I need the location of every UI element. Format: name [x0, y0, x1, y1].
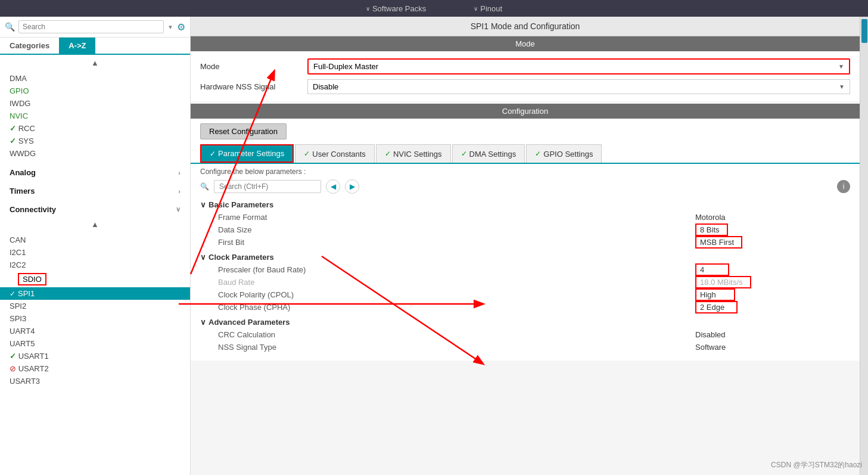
first-bit-box: MSB First — [695, 236, 742, 249]
sidebar-category-connectivity[interactable]: Connectivity ∨ — [0, 200, 190, 219]
sidebar-item-gpio[interactable]: GPIO — [0, 85, 190, 97]
baud-rate-name: Baud Rate — [218, 278, 683, 287]
param-row-baud-rate: Baud Rate 18.0 MBits/s — [200, 276, 850, 288]
cpha-name: Clock Phase (CPHA) — [218, 303, 683, 312]
sidebar-item-can[interactable]: CAN — [0, 234, 190, 246]
sidebar-item-spi1[interactable]: ✓ SPI1 — [0, 287, 190, 300]
sidebar-search-input[interactable] — [18, 20, 164, 33]
chevron-down-icon: ∨ — [176, 206, 181, 213]
params-search-input[interactable] — [214, 180, 321, 193]
tab-az[interactable]: A->Z — [59, 38, 95, 54]
software-packs-label: Software Packs — [372, 4, 426, 13]
sidebar-item-usart2[interactable]: USART2 — [0, 362, 190, 375]
sidebar-item-rcc[interactable]: RCC — [0, 122, 190, 135]
sidebar-item-sdio-wrapper: SDIO — [0, 271, 190, 287]
gear-icon[interactable]: ⚙ — [177, 21, 185, 33]
chevron-down-icon: ∨ — [474, 5, 478, 12]
sidebar-item-sys[interactable]: SYS — [0, 135, 190, 147]
basic-parameters-header[interactable]: ∨ Basic Parameters — [200, 198, 850, 211]
search-icon: 🔍 — [200, 182, 209, 191]
params-search-row: 🔍 ◀ ▶ i — [200, 179, 850, 194]
mode-field-row: Mode Full-Duplex Master ▼ — [200, 56, 850, 77]
chevron-down-icon: ∨ — [366, 5, 370, 12]
sidebar-item-i2c1[interactable]: I2C1 — [0, 246, 190, 259]
mode-value-select[interactable]: Full-Duplex Master ▼ — [307, 58, 850, 74]
nss-field-label: Hardware NSS Signal — [200, 82, 307, 91]
params-area: Configure the below parameters : 🔍 ◀ ▶ i… — [191, 164, 860, 361]
nss-field-row: Hardware NSS Signal Disable ▼ — [200, 77, 850, 97]
prescaler-value: 4 — [683, 265, 850, 274]
mode-fields: Mode Full-Duplex Master ▼ Hardware NSS S… — [191, 51, 860, 101]
tab-user-constants[interactable]: ✓ User Constants — [295, 144, 375, 163]
advanced-parameters-header[interactable]: ∨ Advanced Parameters — [200, 316, 850, 328]
nss-value-select[interactable]: Disable ▼ — [307, 79, 850, 94]
info-button[interactable]: i — [837, 180, 850, 193]
nav-prev-button[interactable]: ◀ — [326, 179, 340, 194]
sidebar-category-timers[interactable]: Timers › — [0, 182, 190, 200]
clock-parameters-header[interactable]: ∨ Clock Parameters — [200, 251, 850, 263]
sidebar-scroll[interactable]: ▲ DMA GPIO IWDG NVIC RCC SYS WWDG Analog… — [0, 55, 190, 475]
basic-parameters-label: Basic Parameters — [209, 200, 273, 209]
tab-parameter-settings[interactable]: ✓ Parameter Settings — [200, 144, 294, 163]
check-icon: ✓ — [10, 290, 15, 298]
search-icon: 🔍 — [5, 22, 15, 32]
sidebar-item-uart4[interactable]: UART4 — [0, 325, 190, 337]
sidebar-item-i2c2[interactable]: I2C2 — [0, 259, 190, 271]
connectivity-scroll-up[interactable]: ▲ — [0, 219, 190, 230]
prescaler-box: 4 — [695, 263, 729, 276]
check-icon: ✓ — [210, 150, 216, 158]
cpol-name: Clock Polarity (CPOL) — [218, 290, 683, 299]
mode-section: Mode Mode Full-Duplex Master ▼ Hardware … — [191, 36, 860, 101]
sidebar-item-usart3[interactable]: USART3 — [0, 375, 190, 387]
prescaler-name: Prescaler (for Baud Rate) — [218, 265, 683, 274]
right-scrollbar[interactable] — [860, 17, 868, 475]
sidebar-item-dma[interactable]: DMA — [0, 72, 190, 85]
tab-nvic-settings[interactable]: ✓ NVIC Settings — [376, 144, 451, 163]
tab-categories[interactable]: Categories — [0, 38, 59, 54]
scroll-up-button[interactable]: ▲ — [0, 57, 190, 69]
software-packs-menu[interactable]: ∨ Software Packs — [366, 4, 426, 13]
check-icon: ✓ — [304, 150, 310, 158]
sidebar-top-group: DMA GPIO IWDG NVIC RCC SYS WWDG — [0, 72, 190, 160]
advanced-parameters-group: ∨ Advanced Parameters CRC Calculation Di… — [200, 316, 850, 353]
chevron-down-icon: ∨ — [200, 200, 206, 209]
baud-rate-value: 18.0 MBits/s — [683, 278, 850, 287]
param-row-nss-type: NSS Signal Type Software — [200, 341, 850, 353]
sidebar-item-uart5[interactable]: UART5 — [0, 337, 190, 350]
tab-gpio-settings[interactable]: ✓ GPIO Settings — [526, 144, 602, 163]
data-size-value: 8 Bits — [683, 225, 850, 234]
chevron-down-icon: ▼ — [838, 63, 844, 70]
cpha-value: 2 Edge — [683, 303, 850, 312]
sidebar-tabs: Categories A->Z — [0, 38, 190, 55]
param-row-first-bit: First Bit MSB First — [200, 236, 850, 249]
sidebar-item-sdio[interactable]: SDIO — [18, 273, 46, 285]
sidebar-item-spi2[interactable]: SPI2 — [0, 300, 190, 312]
mode-value: Full-Duplex Master — [313, 62, 378, 71]
pinout-label: Pinout — [480, 4, 502, 13]
param-row-cpha: Clock Phase (CPHA) 2 Edge — [200, 301, 850, 313]
config-header: Configuration — [191, 104, 860, 119]
param-row-prescaler: Prescaler (for Baud Rate) 4 — [200, 263, 850, 276]
pinout-menu[interactable]: ∨ Pinout — [474, 4, 502, 13]
sidebar-item-usart1[interactable]: USART1 — [0, 350, 190, 362]
scrollbar-thumb — [861, 19, 867, 43]
configure-label: Configure the below parameters : — [200, 164, 850, 179]
param-row-crc: CRC Calculation Disabled — [200, 328, 850, 341]
tab-dma-settings[interactable]: ✓ DMA Settings — [452, 144, 525, 163]
nss-type-name: NSS Signal Type — [218, 343, 683, 352]
chevron-down-icon: ∨ — [200, 318, 206, 327]
sidebar-category-analog[interactable]: Analog › — [0, 163, 190, 182]
sidebar-item-wwdg[interactable]: WWDG — [0, 147, 190, 160]
check-icon: ✓ — [385, 150, 391, 158]
nss-value: Disable — [313, 82, 338, 91]
nav-next-button[interactable]: ▶ — [345, 179, 359, 194]
timers-label: Timers — [10, 187, 35, 195]
sidebar-item-iwdg[interactable]: IWDG — [0, 97, 190, 110]
frame-format-name: Frame Format — [218, 213, 683, 222]
top-bar: ∨ Software Packs ∨ Pinout — [0, 0, 868, 17]
sidebar-item-nvic[interactable]: NVIC — [0, 110, 190, 122]
tab-gpio-label: GPIO Settings — [543, 150, 593, 159]
sidebar-item-spi3[interactable]: SPI3 — [0, 312, 190, 325]
frame-format-value: Motorola — [683, 213, 850, 222]
reset-configuration-button[interactable]: Reset Configuration — [200, 123, 287, 139]
